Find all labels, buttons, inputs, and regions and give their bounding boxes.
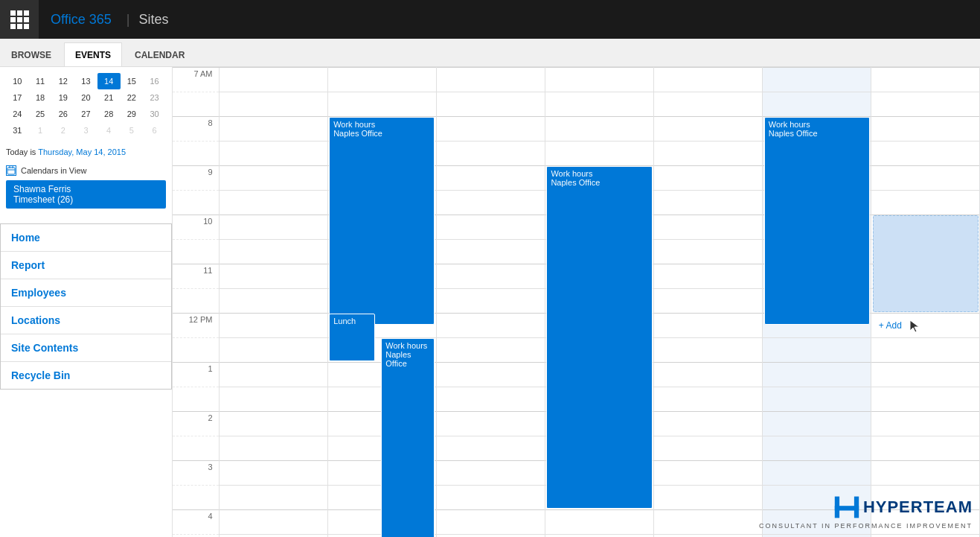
day-cell[interactable] [436,289,545,314]
day-cell[interactable] [653,363,762,387]
day-cell[interactable] [436,510,545,535]
tab-calendar[interactable]: CALENDAR [124,42,196,66]
day-cell[interactable] [436,92,545,117]
day-cell[interactable] [762,92,871,117]
cal-cell[interactable]: 22 [121,89,144,106]
day-cell[interactable] [762,68,871,92]
day-cell[interactable] [219,240,327,264]
cal-cell[interactable]: 20 [74,89,97,106]
day-cell[interactable] [219,142,327,166]
calendar-event[interactable] [873,215,979,312]
day-cell[interactable] [653,215,762,240]
nav-employees[interactable]: Employees [1,279,171,307]
cal-cell[interactable]: 12 [51,73,74,89]
day-cell[interactable] [871,142,979,166]
day-cell[interactable] [327,68,436,92]
app-grid-icon[interactable] [0,0,39,39]
day-cell[interactable] [219,387,327,412]
day-cell[interactable] [219,314,327,338]
cal-cell[interactable]: 1 [29,122,52,139]
day-cell[interactable] [653,314,762,338]
day-cell[interactable] [653,535,762,538]
day-cell[interactable] [219,412,327,436]
day-cell[interactable] [436,68,545,92]
tab-events[interactable]: EVENTS [64,42,122,66]
calendar-event[interactable]: Work hoursNaples Office [764,117,870,325]
cal-cell[interactable]: 4 [97,122,121,139]
day-cell[interactable] [436,486,545,510]
cal-cell[interactable]: 18 [29,89,52,106]
day-cell[interactable] [436,142,545,166]
day-cell[interactable] [653,191,762,215]
calendar-event[interactable]: Work hoursNaples Office [329,117,435,325]
day-cell[interactable] [653,92,762,117]
day-cell[interactable] [653,461,762,486]
nav-locations[interactable]: Locations [1,307,171,334]
day-cell[interactable] [219,461,327,486]
day-cell[interactable] [436,191,545,215]
day-cell[interactable] [219,436,327,461]
day-cell[interactable] [219,264,327,289]
nav-report[interactable]: Report [1,252,171,279]
day-cell[interactable] [545,68,653,92]
cal-cell[interactable]: 19 [51,89,74,106]
day-cell[interactable] [762,412,871,436]
day-cell[interactable] [436,117,545,142]
nav-site-contents[interactable]: Site Contents [1,334,171,362]
day-cell[interactable] [762,387,871,412]
day-cell[interactable] [436,215,545,240]
day-cell[interactable] [436,535,545,538]
cal-cell[interactable]: 13 [74,73,97,89]
day-cell[interactable] [653,166,762,191]
day-cell[interactable] [219,215,327,240]
cal-cell[interactable]: 31 [6,122,29,139]
day-cell[interactable] [436,338,545,363]
day-cell[interactable] [653,264,762,289]
day-cell[interactable] [871,412,979,436]
cal-cell[interactable]: 6 [143,122,166,139]
day-cell[interactable] [762,338,871,363]
day-cell[interactable] [219,363,327,387]
day-cell[interactable] [871,166,979,191]
day-cell[interactable] [219,191,327,215]
cal-cell[interactable]: 27 [74,106,97,122]
day-cell[interactable] [219,338,327,363]
nav-recycle-bin[interactable]: Recycle Bin [1,362,171,389]
day-cell[interactable] [219,510,327,535]
day-cell[interactable] [436,461,545,486]
day-cell[interactable] [327,92,436,117]
cal-cell[interactable]: 28 [97,106,121,122]
day-cell[interactable] [871,191,979,215]
calendar-entry[interactable]: Shawna Ferris Timesheet (26) [6,180,166,209]
day-cell[interactable] [653,412,762,436]
day-cell[interactable] [653,68,762,92]
day-cell[interactable] [653,240,762,264]
day-cell[interactable] [871,461,979,486]
cal-cell[interactable]: 21 [97,89,121,106]
cal-cell[interactable]: 16 [143,73,166,89]
cal-cell[interactable]: 26 [51,106,74,122]
day-cell[interactable] [545,117,653,142]
day-cell[interactable] [219,117,327,142]
calendar-event[interactable]: Work hoursNaples Office [381,338,435,537]
day-cell[interactable] [545,142,653,166]
cal-cell[interactable]: 3 [74,122,97,139]
day-cell[interactable] [871,363,979,387]
cal-cell-today[interactable]: 14 [97,73,121,89]
day-cell[interactable] [436,436,545,461]
day-cell[interactable] [219,166,327,191]
day-cell[interactable] [653,387,762,412]
day-cell[interactable] [653,289,762,314]
nav-home[interactable]: Home [1,224,171,252]
cal-cell[interactable]: 30 [143,106,166,122]
day-cell[interactable] [436,412,545,436]
day-cell[interactable] [436,387,545,412]
day-cell[interactable] [871,436,979,461]
day-cell[interactable] [762,461,871,486]
day-cell[interactable] [762,436,871,461]
day-cell[interactable] [219,289,327,314]
day-cell[interactable] [871,117,979,142]
cal-cell[interactable]: 15 [121,73,144,89]
day-cell[interactable] [545,510,653,535]
day-cell[interactable] [653,142,762,166]
